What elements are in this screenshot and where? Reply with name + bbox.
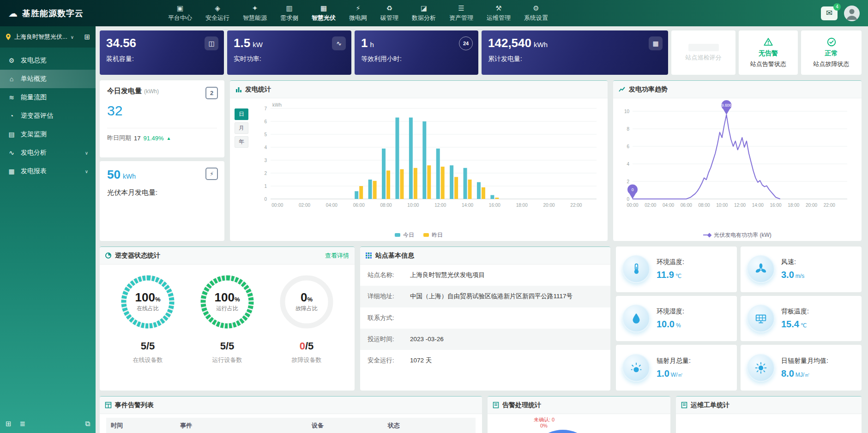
bar-chart-icon <box>235 86 241 92</box>
svg-text:22:00: 22:00 <box>570 203 582 208</box>
installed-capacity-label: 装机容量: <box>106 55 217 63</box>
generation-legend: 今日 昨日 <box>230 229 608 241</box>
legend-yesterday[interactable]: 昨日 <box>423 231 443 239</box>
total-generation-value: 142,540 <box>488 36 531 50</box>
sidebar-item-generation-analysis[interactable]: ∿ 发电分析 ∨ <box>0 144 96 162</box>
home-icon: ⌂ <box>7 75 16 83</box>
avatar[interactable] <box>844 6 860 21</box>
energy-icon: ✦ <box>243 4 267 12</box>
info-row-safe-days: 安全运行: 1072 天 <box>360 350 610 371</box>
station-selector[interactable]: 上海良时智慧光伏... ∨ ⊞ <box>0 26 96 48</box>
info-row-address: 详细地址: 中国（上海）自由贸易试验区临港新片区新四平公路1117号 <box>360 286 610 307</box>
tab-month[interactable]: 月 <box>235 122 248 134</box>
nav-item-ops-management[interactable]: ⚒ 运维管理 <box>484 2 513 24</box>
svg-text:12:00: 12:00 <box>734 203 746 208</box>
top-navbar: ☁ 基胜能源数字云 ▣ 平台中心 ◈ 安全运行 ✦ 智慧能源 ▥ 需求侧 ▦ 智… <box>0 0 868 26</box>
nav-item-safe-operation[interactable]: ◈ 安全运行 <box>203 2 232 24</box>
tab-year[interactable]: 年 <box>235 136 248 148</box>
app-logo: ☁ 基胜能源数字云 <box>8 8 105 19</box>
capacity-icon: ◫ <box>205 36 218 50</box>
svg-text:04:00: 04:00 <box>663 203 674 208</box>
svg-text:5: 5 <box>264 132 267 137</box>
installed-capacity-value: 34.56 <box>106 36 217 50</box>
sidebar-item-generation-overview[interactable]: ⚙ 发电总览 <box>0 51 96 70</box>
svg-text:kWh: kWh <box>272 102 282 108</box>
wrench-icon: ⚒ <box>487 4 511 12</box>
sidebar-item-generation-report[interactable]: ▦ 发电报表 ∨ <box>0 162 96 180</box>
mail-button[interactable]: ✉ 4 <box>821 6 838 20</box>
events-table-header: 时间 事件 设备 状态 <box>106 418 476 433</box>
sidebar-menu: ⚙ 发电总览 ⌂ 单站概览 ≋ 能量流图 ◔ 逆变器评估 ▤ 支架监测 ∿ 发电… <box>0 48 96 180</box>
nav-item-smart-energy[interactable]: ✦ 智慧能源 <box>240 2 270 24</box>
gauge-icon: ◔ <box>7 112 16 120</box>
legend-today[interactable]: 今日 <box>395 231 414 239</box>
platform-icon: ▣ <box>168 4 192 12</box>
legend-active-power[interactable]: 光伏发电有功功率 (kW) <box>703 231 772 239</box>
online-device-count: 5/5 <box>141 340 155 352</box>
view-details-link[interactable]: 查看详情 <box>325 252 349 260</box>
svg-text:10:00: 10:00 <box>716 203 728 208</box>
fault-ratio-ring: 0% 故障占比 0/5 故障设备数 <box>277 272 337 391</box>
col-time: 时间 <box>111 421 180 430</box>
nav-item-microgrid[interactable]: ⚡ 微电网 <box>346 2 370 24</box>
generation-statistics-panel: 发电统计 日 月 年 01234567kWh00:0002:0004:0006:… <box>230 80 608 241</box>
nav-item-assets[interactable]: ☰ 资产管理 <box>446 2 476 24</box>
station-grid-icon[interactable]: ⊞ <box>84 33 90 41</box>
document-icon <box>681 402 687 408</box>
nav-item-data-analysis[interactable]: ◪ 数据分析 <box>409 2 439 24</box>
unconfirmed-annotation: 未确认: 0 0% <box>534 417 670 429</box>
svg-text:8: 8 <box>627 126 629 132</box>
sidebar-footer: ⊞ ≣ ⧉ <box>0 415 96 433</box>
sidebar-item-bracket-monitoring[interactable]: ▤ 支架监测 <box>0 125 96 144</box>
env-card-temperature: 环境温度: 11.9℃ <box>616 247 737 292</box>
event-alarm-list-title: 事件告警列表 <box>115 401 154 409</box>
svg-text:00:00: 00:00 <box>627 203 638 208</box>
nav-item-carbon[interactable]: ♻ 碳管理 <box>378 2 401 24</box>
menu-list-icon[interactable]: ≣ <box>20 420 26 428</box>
mail-badge: 4 <box>833 3 841 11</box>
nav-item-demand-side[interactable]: ▥ 需求侧 <box>277 2 301 24</box>
inspection-score-label: 站点巡检评分 <box>686 54 722 62</box>
period-tabs: 日 月 年 <box>235 108 250 229</box>
svg-text:04:00: 04:00 <box>326 203 338 208</box>
solar-panel-icon <box>747 305 775 332</box>
month-generation-value: 50 <box>107 168 121 181</box>
tab-day[interactable]: 日 <box>235 108 248 120</box>
main-nav: ▣ 平台中心 ◈ 安全运行 ✦ 智慧能源 ▥ 需求侧 ▦ 智慧光伏 ⚡ 微电网 … <box>165 2 551 24</box>
work-order-title: 运维工单统计 <box>691 401 729 409</box>
window-icon[interactable]: ⧉ <box>85 420 90 428</box>
svg-text:9.606: 9.606 <box>722 103 732 108</box>
sidebar-item-station-overview[interactable]: ⌂ 单站概览 <box>0 70 96 88</box>
svg-text:16:00: 16:00 <box>770 203 781 208</box>
realtime-power-label: 实时功率: <box>234 55 345 63</box>
svg-text:10: 10 <box>624 109 630 114</box>
arrow-up-icon: ▲ <box>167 136 171 141</box>
svg-text:06:00: 06:00 <box>353 203 365 208</box>
stat-card-realtime-power: 1.5kW 实时功率: ∿ <box>227 30 351 75</box>
sidebar-item-energy-flow[interactable]: ≋ 能量流图 <box>0 88 96 107</box>
nav-item-system-settings[interactable]: ⚙ 系统设置 <box>521 2 551 24</box>
environment-grid: 环境温度: 11.9℃ 风速: 3.0m/s 环境湿度: <box>616 247 862 391</box>
row-generation: 今日发电量 (kWh) 2 32 昨日同期 17 91.49% ▲ 50kWh … <box>100 80 862 241</box>
nav-item-smart-pv[interactable]: ▦ 智慧光伏 <box>309 2 338 24</box>
svg-text:14:00: 14:00 <box>752 203 764 208</box>
nav-item-platform-center[interactable]: ▣ 平台中心 <box>165 2 195 24</box>
svg-text:10:00: 10:00 <box>407 203 419 208</box>
sidebar: 上海良时智慧光伏... ∨ ⊞ ⚙ 发电总览 ⌂ 单站概览 ≋ 能量流图 ◔ 逆… <box>0 26 96 433</box>
inspection-score-card: 站点巡检评分 <box>671 30 735 75</box>
collapse-grid-icon[interactable]: ⊞ <box>6 420 12 428</box>
svg-text:18:00: 18:00 <box>516 203 528 208</box>
main-content: 34.56 装机容量: ◫ 1.5kW 实时功率: ∿ 1h 等效利用小时: 2… <box>96 26 868 433</box>
generation-statistics-title: 发电统计 <box>245 85 271 94</box>
demand-icon: ▥ <box>280 4 298 12</box>
yesterday-swatch <box>423 233 429 237</box>
sidebar-item-inverter-evaluation[interactable]: ◔ 逆变器评估 <box>0 107 96 125</box>
fault-status-card: 正常 站点故障状态 <box>801 30 862 75</box>
svg-text:6: 6 <box>264 119 267 124</box>
power-trend-title: 发电功率趋势 <box>629 85 668 94</box>
col-status: 状态 <box>388 421 471 430</box>
svg-text:16:00: 16:00 <box>489 203 500 208</box>
chevron-down-icon: ∨ <box>71 35 74 40</box>
calendar-icon: 2 <box>205 87 218 99</box>
navbar-right: ✉ 4 <box>821 6 860 21</box>
